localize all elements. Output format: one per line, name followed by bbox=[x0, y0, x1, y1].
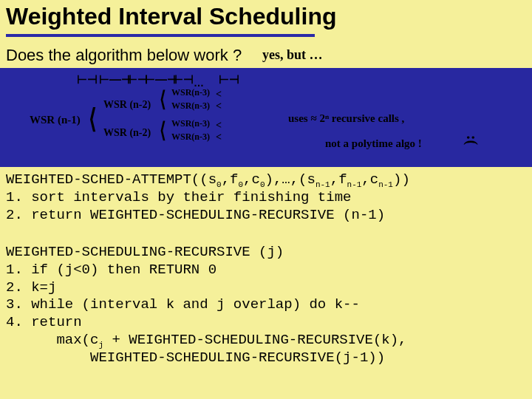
bracket-icon: ⟨ bbox=[160, 87, 166, 112]
annotation-yes-but: yes, but … bbox=[262, 47, 323, 63]
annotation-wsr: WSR (n-2) bbox=[103, 127, 151, 139]
code-line: WEIGHTED-SCHED-ATTEMPT((s0,f0,c0),…,(sn-… bbox=[6, 171, 410, 188]
code-line: WEIGHTED-SCHEDULING-RECURSIVE (j) bbox=[6, 244, 284, 260]
code-line: 2. k=j bbox=[6, 279, 56, 296]
interval-marker: ⊢⊣ bbox=[173, 72, 194, 86]
slide: Weighted Interval Scheduling Does the al… bbox=[0, 0, 532, 399]
annotation-wsr: WSR(n-3) bbox=[171, 100, 210, 112]
interval-marker: ⊢⊣ bbox=[219, 72, 239, 86]
annotation-wsr: WSR(n-3) bbox=[171, 132, 210, 143]
code-line: 3. while (interval k and j overlap) do k… bbox=[6, 296, 360, 313]
code-line: 1. sort intervals by their finishing tim… bbox=[6, 189, 351, 205]
slide-title: Weighted Interval Scheduling bbox=[6, 3, 336, 30]
annotation-lt: < bbox=[216, 132, 222, 143]
annotation-not-polytime: not a polytime algo ! bbox=[325, 137, 422, 150]
code-line: 1. if (j<0) then RETURN 0 bbox=[6, 262, 216, 278]
annotation-lt: < bbox=[216, 100, 222, 112]
interval-marker: ⊢⊣ bbox=[77, 72, 98, 86]
code-line: 2. return WEIGHTED-SCHEDULING-RECURSIVE … bbox=[6, 207, 385, 223]
title-underline bbox=[6, 34, 315, 37]
code-line: 4. return bbox=[6, 314, 82, 330]
bracket-icon: ⟨ bbox=[160, 118, 166, 143]
annotation-uses: uses ≈ 2ⁿ recursive calls , bbox=[288, 112, 404, 125]
code-line: WEIGHTED-SCHEDULING-RECURSIVE(j-1)) bbox=[6, 349, 385, 366]
question-text: Does the algorithm below work ? bbox=[6, 46, 242, 65]
annotation-wsr: WSR(n-3) bbox=[171, 87, 210, 98]
annotation-wsr: WSR (n-2) bbox=[103, 99, 151, 111]
code-block-recursive: WEIGHTED-SCHEDULING-RECURSIVE (j) 1. if … bbox=[6, 244, 407, 366]
sad-face-icon: :( bbox=[463, 135, 480, 145]
annotation-wsr: WSR (n-1) bbox=[30, 114, 81, 126]
code-line: max(cj + WEIGHTED-SCHEDULING-RECURSIVE(k… bbox=[6, 332, 407, 348]
annotation-lt: < bbox=[216, 89, 222, 100]
annotation-lt: < bbox=[216, 120, 222, 132]
code-block-attempt: WEIGHTED-SCHED-ATTEMPT((s0,f0,c0),…,(sn-… bbox=[6, 171, 410, 224]
annotation-wsr: WSR(n-3) bbox=[171, 118, 210, 129]
blue-annotation-area: ⊢⊣ ⊢—⊣ ⊢⊣ ⊢—⊣ ⊢⊣ … ⊢⊣ WSR (n-1) ⟨ WSR (n… bbox=[0, 68, 532, 167]
bracket-icon: ⟨ bbox=[89, 103, 97, 134]
